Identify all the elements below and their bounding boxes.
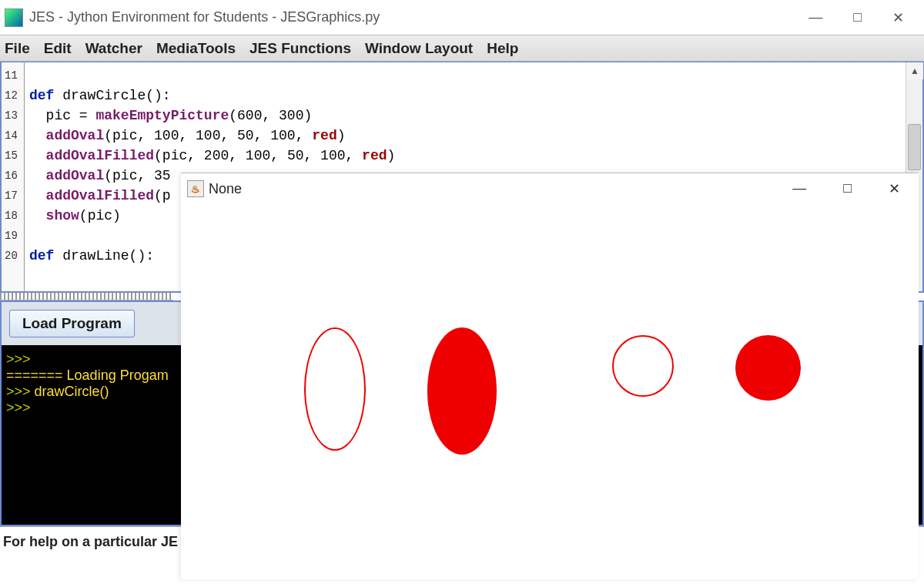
line-gutter: 11 12 13 14 15 16 17 18 19 20 [2,62,25,291]
oval-outline-2 [612,335,674,397]
main-titlebar: JES - Jython Environment for Students - … [0,0,924,35]
popup-close-button[interactable]: ✕ [889,180,900,197]
menu-window-layout[interactable]: Window Layout [365,40,473,57]
oval-filled-1 [427,327,497,455]
menu-edit[interactable]: Edit [44,40,72,57]
popup-minimize-button[interactable]: — [792,180,806,197]
scroll-thumb[interactable] [908,124,921,170]
line-num: 13 [2,106,24,126]
app-icon [5,8,23,27]
line-num: 19 [2,226,24,246]
popup-title: None [209,181,242,197]
code-line: pic = makeEmptyPicture(600, 300) [29,106,918,126]
prompt: >>> [6,400,31,415]
minimize-button[interactable]: — [808,9,822,26]
console-command: drawCircle() [35,384,109,399]
line-num: 11 [2,65,24,86]
status-text: For help on a particular JE [3,534,178,550]
code-line: addOvalFilled(pic, 200, 100, 50, 100, re… [29,146,918,166]
code-line [29,65,918,86]
line-num: 18 [2,206,24,226]
menu-watcher[interactable]: Watcher [85,40,142,57]
split-divider[interactable] [0,293,173,300]
code-line: def drawCircle(): [29,86,918,106]
prompt: >>> [6,384,35,399]
image-window: ♨ None — □ ✕ [181,173,919,579]
scroll-up-icon[interactable]: ▲ [906,62,923,79]
line-num: 15 [2,146,24,166]
menu-bar: File Edit Watcher MediaTools JES Functio… [0,35,924,62]
line-num: 17 [2,186,24,206]
menu-jes-functions[interactable]: JES Functions [249,40,351,57]
prompt: >>> [6,351,31,367]
code-line: addOval(pic, 100, 100, 50, 100, red) [29,126,918,146]
popup-titlebar: ♨ None — □ ✕ [181,173,919,204]
picture-canvas [181,204,919,579]
java-icon: ♨ [187,180,204,197]
menu-help[interactable]: Help [487,40,518,57]
line-num: 20 [2,246,24,266]
close-button[interactable]: ✕ [892,9,904,26]
window-controls: — □ ✕ [808,9,919,26]
popup-maximize-button[interactable]: □ [843,180,852,197]
line-num: 14 [2,126,24,146]
oval-filled-2 [735,335,801,401]
oval-outline-1 [304,327,366,451]
line-num: 16 [2,166,24,186]
console-loading: ======= Loading Progam [6,368,169,383]
maximize-button[interactable]: □ [853,9,862,26]
line-num: 12 [2,86,24,106]
popup-window-controls: — □ ✕ [792,180,912,197]
menu-mediatools[interactable]: MediaTools [156,40,236,57]
menu-file[interactable]: File [5,40,30,57]
window-title: JES - Jython Environment for Students - … [29,9,380,25]
load-program-button[interactable]: Load Program [9,310,135,337]
